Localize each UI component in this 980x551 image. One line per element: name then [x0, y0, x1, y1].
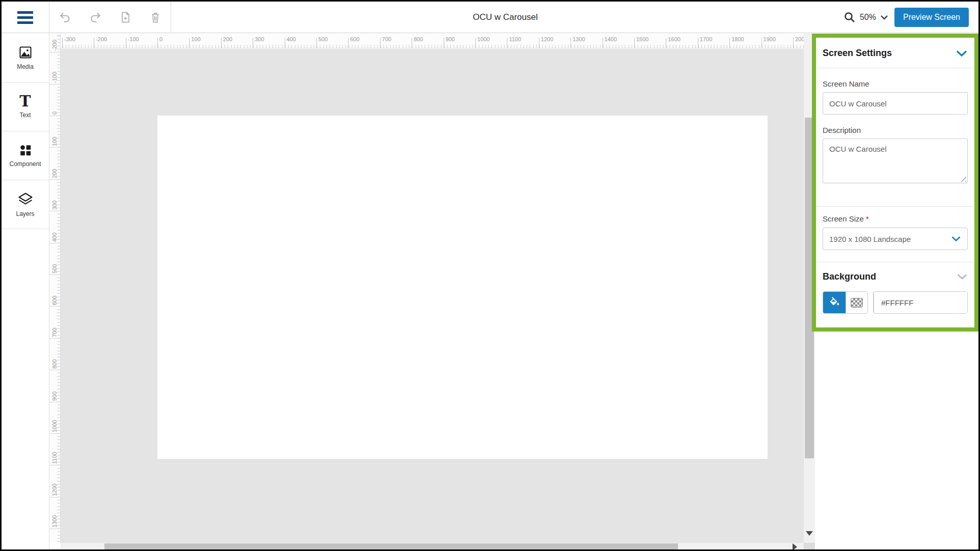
screen-name-input[interactable]	[823, 92, 968, 115]
ruler-major-tick	[666, 38, 666, 48]
sidebar-item-label: Component	[9, 160, 41, 168]
ruler-major-tick	[49, 497, 60, 498]
ruler-major-tick	[49, 52, 60, 52]
ruler-major-tick	[49, 84, 60, 85]
ruler-major-tick	[49, 529, 60, 529]
ruler-tick-label: -300	[64, 36, 75, 42]
ruler-tick-label: 500	[318, 36, 328, 42]
ruler-tick-label: 100	[51, 126, 58, 146]
undo-button[interactable]	[58, 10, 73, 25]
ruler-major-tick	[49, 370, 60, 370]
ruler-major-tick	[603, 38, 603, 48]
ruler-major-tick	[539, 38, 539, 48]
transparency-checker-icon	[851, 298, 863, 308]
canvas-workspace[interactable]	[61, 49, 804, 543]
color-hex-input[interactable]	[874, 292, 968, 313]
ruler-major-tick	[49, 433, 60, 434]
ruler-tick-label: -200	[96, 36, 107, 42]
ruler-tick-label: 800	[51, 348, 58, 369]
fill-type-toggle	[823, 291, 868, 314]
ruler-major-tick	[729, 38, 730, 48]
ruler-tick-label: -100	[51, 63, 58, 83]
undo-icon	[59, 11, 72, 24]
ruler-major-tick	[253, 38, 253, 48]
sidebar-item-label: Text	[19, 112, 31, 119]
ruler-major-tick	[285, 38, 285, 48]
screen-artboard[interactable]	[157, 116, 768, 459]
scroll-down-arrow-icon[interactable]	[806, 531, 813, 536]
description-textarea[interactable]: OCU w Carousel	[823, 139, 967, 183]
ruler-tick-label: 1300	[573, 36, 585, 42]
ruler-tick-label: 1100	[51, 444, 58, 464]
collapse-chevron-icon[interactable]	[956, 50, 968, 57]
ruler-major-tick	[793, 38, 794, 48]
hamburger-icon	[17, 11, 33, 14]
ruler-tick-label: 1200	[51, 476, 58, 496]
ruler-major-tick	[444, 38, 444, 48]
ruler-major-tick	[94, 38, 94, 48]
ruler-tick-label: 0	[51, 94, 58, 115]
solid-fill-button[interactable]	[823, 292, 846, 313]
preview-screen-button[interactable]: Preview Screen	[894, 8, 969, 27]
select-chevron-icon	[951, 236, 961, 242]
ruler-tick-label: 1300	[51, 507, 58, 528]
ruler-major-tick	[49, 402, 60, 402]
required-asterisk: *	[866, 214, 869, 223]
ruler-major-tick	[189, 38, 189, 48]
background-chevron-icon[interactable]	[957, 273, 968, 280]
scrollbar-corner	[804, 543, 815, 551]
media-image-icon	[18, 45, 33, 60]
ruler-major-tick	[49, 465, 60, 465]
screen-settings-header[interactable]: Screen Settings	[816, 38, 974, 68]
ruler-major-tick	[49, 274, 60, 275]
sidebar-item-text[interactable]: T Text	[2, 82, 49, 131]
redo-button[interactable]	[88, 10, 103, 25]
screen-size-select[interactable]: 1920 x 1080 Landscape	[823, 228, 968, 250]
sidebar-item-layers[interactable]: Layers	[2, 180, 49, 229]
ruler-tick-label: 800	[414, 36, 423, 42]
background-title: Background	[823, 271, 876, 282]
sidebar-item-media[interactable]: Media	[2, 34, 49, 82]
delete-button[interactable]	[148, 10, 163, 25]
ruler-tick-label: 1200	[541, 36, 553, 42]
background-section-header[interactable]: Background	[823, 271, 968, 282]
divider	[816, 262, 974, 262]
sidebar-item-component[interactable]: Component	[2, 131, 49, 180]
ruler-major-tick	[157, 38, 158, 48]
horizontal-scrollbar[interactable]	[61, 543, 804, 551]
ruler-major-tick	[380, 38, 380, 48]
chevron-down-icon	[880, 15, 888, 20]
zoom-dropdown[interactable]: 50%	[843, 11, 888, 23]
new-file-icon	[119, 11, 131, 23]
horizontal-ruler: -300-200-1000100200300400500600700800900…	[61, 34, 804, 48]
ruler-tick-label: 100	[191, 36, 200, 42]
description-label: Description	[823, 126, 968, 134]
ruler-tick-label: 700	[51, 317, 58, 337]
trash-icon	[149, 11, 161, 23]
new-file-button[interactable]	[118, 10, 133, 25]
divider	[816, 206, 974, 207]
ruler-tick-label: 200	[223, 36, 232, 42]
ruler-major-tick	[412, 38, 412, 48]
main-menu-button[interactable]	[2, 2, 49, 33]
transparent-fill-button[interactable]	[846, 292, 867, 313]
ruler-tick-label: 1000	[51, 412, 58, 432]
ruler-major-tick	[49, 211, 60, 211]
horizontal-scrollbar-thumb[interactable]	[104, 543, 678, 550]
ruler-tick-label: -200	[51, 34, 58, 51]
ruler-tick-label: 1700	[700, 36, 712, 42]
scroll-right-arrow-icon[interactable]	[793, 543, 797, 550]
ruler-tick-label: 900	[51, 380, 58, 401]
ruler-major-tick	[62, 38, 63, 48]
zoom-level-value: 50%	[860, 13, 876, 22]
ruler-tick-label: 1600	[668, 36, 680, 42]
ruler-tick-label: 500	[51, 253, 58, 273]
ruler-major-tick	[507, 38, 507, 48]
ruler-major-tick	[316, 38, 317, 48]
layers-icon	[18, 191, 33, 207]
ruler-tick-label: 0	[159, 36, 162, 42]
ruler-major-tick	[348, 38, 348, 48]
screen-settings-panel: Screen Settings Screen Name Description …	[812, 34, 978, 332]
ruler-tick-label: 400	[287, 36, 296, 42]
ruler-major-tick	[761, 38, 762, 48]
